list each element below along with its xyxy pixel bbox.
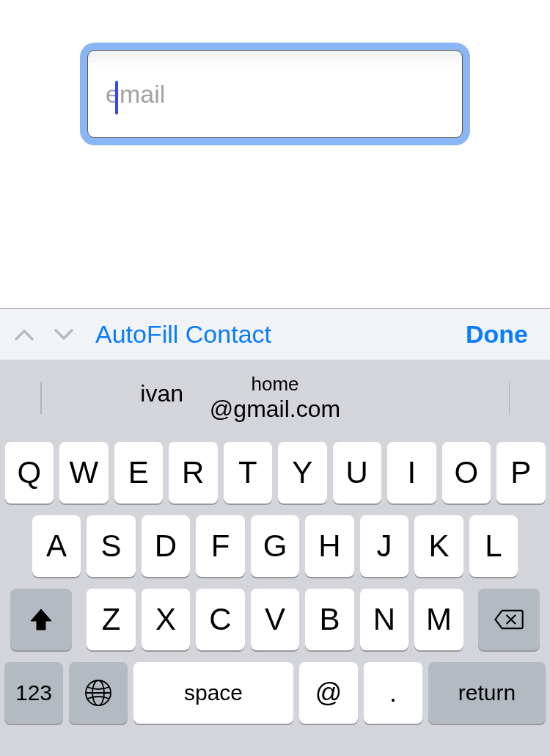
text-cursor bbox=[115, 81, 118, 115]
chevron-up-icon bbox=[14, 328, 34, 341]
key-s[interactable]: S bbox=[87, 515, 136, 577]
keyboard-toolbar: AutoFill Contact Done bbox=[0, 308, 550, 360]
key-g[interactable]: G bbox=[251, 515, 300, 577]
key-v[interactable]: V bbox=[251, 589, 300, 650]
suggestion-text: @gmail.com bbox=[210, 396, 340, 423]
key-row-1: Q W E R T Y U I O P bbox=[4, 442, 546, 504]
email-input-wrapper bbox=[80, 43, 470, 145]
shift-icon bbox=[28, 606, 54, 633]
key-row-2: A S D F G H J K L bbox=[4, 515, 546, 577]
key-d[interactable]: D bbox=[142, 515, 191, 577]
prev-field-button[interactable] bbox=[13, 324, 35, 346]
key-n[interactable]: N bbox=[360, 589, 409, 650]
key-y[interactable]: Y bbox=[278, 442, 327, 504]
space-key[interactable]: space bbox=[133, 662, 293, 724]
suggestion-right[interactable] bbox=[367, 360, 550, 436]
key-r[interactable]: R bbox=[169, 442, 218, 504]
row3-letters: Z X C V B N M bbox=[87, 589, 463, 650]
next-field-button[interactable] bbox=[53, 324, 75, 346]
return-key[interactable]: return bbox=[428, 662, 546, 724]
numeric-key[interactable]: 123 bbox=[4, 662, 63, 724]
key-z[interactable]: Z bbox=[87, 589, 136, 650]
key-f[interactable]: F bbox=[196, 515, 245, 577]
globe-key[interactable] bbox=[69, 662, 128, 724]
key-b[interactable]: B bbox=[305, 589, 354, 650]
suggestion-text: ivan bbox=[140, 380, 183, 407]
key-j[interactable]: J bbox=[360, 515, 409, 577]
at-key[interactable]: @ bbox=[299, 662, 358, 724]
key-p[interactable]: P bbox=[496, 442, 546, 504]
key-row-4: 123 space @ . return bbox=[4, 662, 546, 724]
key-e[interactable]: E bbox=[114, 442, 164, 504]
dot-key[interactable]: . bbox=[364, 662, 422, 724]
key-t[interactable]: T bbox=[224, 442, 273, 504]
shift-key[interactable] bbox=[10, 589, 72, 650]
key-a[interactable]: A bbox=[32, 515, 81, 577]
key-q[interactable]: Q bbox=[5, 442, 54, 504]
suggestion-left[interactable]: ivan bbox=[0, 360, 183, 436]
email-field[interactable] bbox=[87, 50, 463, 138]
key-c[interactable]: C bbox=[196, 589, 245, 650]
key-o[interactable]: O bbox=[442, 442, 491, 504]
chevron-down-icon bbox=[54, 328, 74, 341]
key-k[interactable]: K bbox=[414, 515, 463, 577]
globe-icon bbox=[84, 678, 113, 708]
content-area bbox=[0, 0, 550, 308]
form-nav-arrows bbox=[13, 324, 75, 346]
done-button[interactable]: Done bbox=[466, 320, 528, 349]
key-h[interactable]: H bbox=[305, 515, 354, 577]
key-m[interactable]: M bbox=[414, 589, 463, 650]
keyboard: ivan home @gmail.com Q W E R T Y U I O P… bbox=[0, 360, 550, 756]
autofill-contact-button[interactable]: AutoFill Contact bbox=[95, 320, 271, 349]
suggestion-center[interactable]: home @gmail.com bbox=[183, 360, 367, 436]
key-i[interactable]: I bbox=[387, 442, 436, 504]
suggestion-bar: ivan home @gmail.com bbox=[0, 360, 550, 436]
key-w[interactable]: W bbox=[59, 442, 109, 504]
backspace-key[interactable] bbox=[478, 589, 540, 650]
suggestion-label: home bbox=[251, 373, 298, 396]
key-u[interactable]: U bbox=[333, 442, 382, 504]
key-l[interactable]: L bbox=[469, 515, 518, 577]
key-row-3: Z X C V B N M bbox=[4, 589, 546, 650]
key-x[interactable]: X bbox=[142, 589, 191, 650]
backspace-icon bbox=[494, 609, 524, 630]
key-rows: Q W E R T Y U I O P A S D F G H J K L bbox=[0, 436, 550, 731]
